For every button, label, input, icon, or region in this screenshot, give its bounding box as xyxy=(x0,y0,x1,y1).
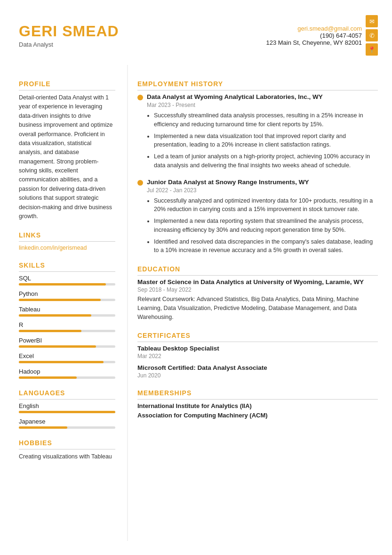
skill-bar-fill xyxy=(19,345,96,348)
language-bar-fill xyxy=(19,426,67,429)
certificate-entry: Microsoft Certified: Data Analyst Associ… xyxy=(137,364,378,379)
profile-text: Detail-oriented Data Analyst with 1 year… xyxy=(19,93,115,221)
skill-name: Hadoop xyxy=(19,368,115,375)
skill-name: Python xyxy=(19,290,115,297)
left-column: PROFILE Detail-oriented Data Analyst wit… xyxy=(0,65,127,541)
skill-name: R xyxy=(19,321,115,328)
language-item: English xyxy=(19,402,115,413)
language-bar-bg xyxy=(19,426,115,429)
header: GERI SMEAD Data Analyst geri.smead@gmail… xyxy=(0,0,392,65)
profile-section-title: PROFILE xyxy=(19,80,115,90)
job-bullets: Successfully streamlined data analysis p… xyxy=(147,111,378,170)
skill-bar-fill xyxy=(19,361,104,363)
membership-item: Association for Computing Machinery (ACM… xyxy=(137,412,378,419)
hobbies-text: Creating visualizations with Tableau xyxy=(19,452,115,461)
skill-bar-bg xyxy=(19,345,115,348)
skill-name: Excel xyxy=(19,352,115,359)
job-bullet: Successfully analyzed and optimized inve… xyxy=(154,196,378,214)
skill-item: Hadoop xyxy=(19,368,115,379)
language-name: English xyxy=(19,402,115,409)
certificates-list: Tableau Desktop Specialist Mar 2022 Micr… xyxy=(137,345,378,379)
job-date: Mar 2023 - Present xyxy=(147,102,378,108)
hobbies-section-title: HOBBIES xyxy=(19,439,115,449)
contact-icons: ✉ ✆ 📍 xyxy=(366,15,378,56)
skill-bar-bg xyxy=(19,299,115,301)
skill-name: Tableau xyxy=(19,306,115,313)
cert-date: Mar 2022 xyxy=(137,353,378,359)
job-bullet: Successfully streamlined data analysis p… xyxy=(154,111,378,129)
skill-name: PowerBI xyxy=(19,337,115,344)
skill-bar-fill xyxy=(19,314,91,317)
skill-bar-fill xyxy=(19,299,101,301)
skill-bar-bg xyxy=(19,361,115,363)
language-bar-bg xyxy=(19,411,115,413)
employment-section-title: EMPLOYMENT HISTORY xyxy=(137,80,378,90)
languages-section-title: LANGUAGES xyxy=(19,389,115,400)
address: 123 Main St, Cheyenne, WY 82001 xyxy=(266,39,362,46)
language-name: Japanese xyxy=(19,418,115,425)
education-list: Master of Science in Data Analytics at U… xyxy=(137,278,378,321)
skill-bar-bg xyxy=(19,376,115,379)
job-dot xyxy=(137,180,143,186)
skills-list: SQL Python Tableau R PowerBI Excel Hadoo… xyxy=(19,275,115,379)
cert-date: Jun 2020 xyxy=(137,372,378,379)
skill-bar-fill xyxy=(19,330,81,332)
cert-name: Tableau Desktop Specialist xyxy=(137,345,378,352)
skills-section-title: SKILLS xyxy=(19,261,115,272)
skill-item: Python xyxy=(19,290,115,301)
location-icon: 📍 xyxy=(366,43,378,56)
phone-number: (190) 647-4057 xyxy=(266,32,362,39)
email-icon: ✉ xyxy=(366,15,378,27)
memberships-list: International Institute for Analytics (I… xyxy=(137,402,378,419)
main-body: PROFILE Detail-oriented Data Analyst wit… xyxy=(0,65,392,555)
skill-name: SQL xyxy=(19,275,115,282)
skill-bar-fill xyxy=(19,376,77,379)
skill-item: Excel xyxy=(19,352,115,363)
job-entry: Data Analyst at Wyoming Analytical Labor… xyxy=(137,93,378,170)
phone-icon: ✆ xyxy=(366,29,378,41)
edu-coursework: Relevant Coursework: Advanced Statistics… xyxy=(137,295,378,321)
cert-name: Microsoft Certified: Data Analyst Associ… xyxy=(137,364,378,371)
skill-item: SQL xyxy=(19,275,115,286)
links-section-title: LINKS xyxy=(19,231,115,242)
languages-list: English Japanese xyxy=(19,402,115,429)
membership-item: International Institute for Analytics (I… xyxy=(137,402,378,409)
candidate-title: Data Analyst xyxy=(19,41,119,48)
resume: GERI SMEAD Data Analyst geri.smead@gmail… xyxy=(0,0,392,555)
certificate-entry: Tableau Desktop Specialist Mar 2022 xyxy=(137,345,378,359)
job-dot xyxy=(137,95,143,100)
skill-bar-bg xyxy=(19,314,115,317)
job-bullet: Identified and resolved data discrepanci… xyxy=(154,237,378,255)
edu-date: Sep 2018 - May 2022 xyxy=(137,286,378,293)
skill-bar-fill xyxy=(19,283,106,286)
job-title-line: Data Analyst at Wyoming Analytical Labor… xyxy=(137,93,378,100)
memberships-section-title: MEMBERSHIPS xyxy=(137,389,378,400)
language-bar-fill xyxy=(19,411,115,413)
job-title: Data Analyst at Wyoming Analytical Labor… xyxy=(147,93,323,100)
job-title-line: Junior Data Analyst at Snowy Range Instr… xyxy=(137,179,378,186)
email-link[interactable]: geri.smead@gmail.com xyxy=(297,25,362,32)
candidate-name: GERI SMEAD xyxy=(19,23,119,40)
skill-bar-bg xyxy=(19,283,115,286)
skill-bar-bg xyxy=(19,330,115,332)
education-entry: Master of Science in Data Analytics at U… xyxy=(137,278,378,321)
edu-degree: Master of Science in Data Analytics at U… xyxy=(137,278,378,286)
skill-item: Tableau xyxy=(19,306,115,317)
right-column: EMPLOYMENT HISTORY Data Analyst at Wyomi… xyxy=(127,65,392,541)
linkedin-link[interactable]: linkedin.com/in/gerismead xyxy=(19,245,115,251)
job-bullet: Implemented a new data reporting system … xyxy=(154,217,378,235)
job-entry: Junior Data Analyst at Snowy Range Instr… xyxy=(137,179,378,255)
header-left: GERI SMEAD Data Analyst xyxy=(19,23,119,48)
contact-info: geri.smead@gmail.com (190) 647-4057 123 … xyxy=(266,25,362,46)
job-title: Junior Data Analyst at Snowy Range Instr… xyxy=(147,179,309,186)
education-section-title: EDUCATION xyxy=(137,265,378,276)
language-item: Japanese xyxy=(19,418,115,429)
skill-item: R xyxy=(19,321,115,332)
job-bullets: Successfully analyzed and optimized inve… xyxy=(147,196,378,255)
job-bullet: Implemented a new data visualization too… xyxy=(154,132,378,150)
header-right: geri.smead@gmail.com (190) 647-4057 123 … xyxy=(266,15,378,56)
job-date: Jul 2022 - Jan 2023 xyxy=(147,187,378,194)
job-bullet: Led a team of junior analysts on a high-… xyxy=(154,152,378,170)
certificates-section-title: CERTIFICATES xyxy=(137,332,378,342)
skill-item: PowerBI xyxy=(19,337,115,348)
